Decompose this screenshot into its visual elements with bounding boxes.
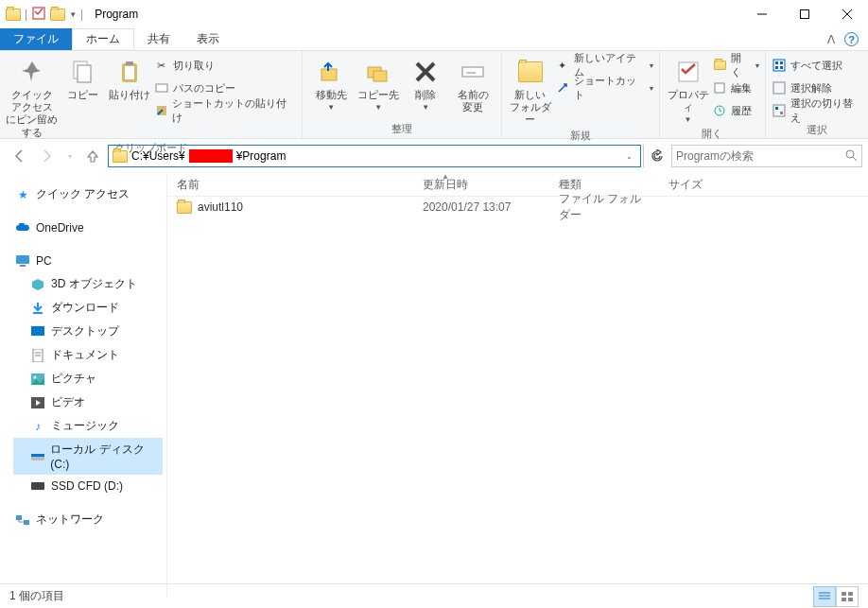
pasteshortcut-button[interactable]: ショートカットの貼り付け [154, 100, 297, 121]
selectinvert-button[interactable]: 選択の切り替え [772, 100, 862, 121]
edit-button[interactable]: 編集 [712, 78, 759, 98]
search-input[interactable] [676, 149, 844, 163]
search-box[interactable] [671, 145, 862, 167]
view-icons-button[interactable] [836, 586, 859, 607]
edit-icon [712, 80, 727, 96]
tab-file[interactable]: ファイル [0, 28, 72, 50]
statusbar: 1 個の項目 [0, 583, 868, 608]
copy-button[interactable]: コピー [60, 53, 105, 101]
download-icon [30, 301, 45, 316]
sidebar-ddrive[interactable]: SSD CFD (D:) [13, 475, 163, 497]
ribbon-group-select: すべて選択 選択解除 選択の切り替え 選択 [766, 51, 868, 138]
tab-share[interactable]: 共有 [134, 28, 183, 50]
paste-button[interactable]: 貼り付け [107, 53, 152, 101]
col-date[interactable]: 更新日時 [413, 173, 549, 196]
sidebar-music[interactable]: ♪ミュージック [13, 414, 163, 438]
forward-button[interactable] [34, 143, 61, 169]
svg-rect-24 [780, 61, 783, 64]
svg-rect-22 [773, 60, 785, 71]
recent-dropdown[interactable]: ▾ [62, 143, 78, 169]
newfolder-button[interactable]: 新しい フォルダー [508, 53, 553, 127]
sparkle-icon: ✦ [555, 58, 570, 73]
svg-rect-25 [775, 66, 778, 69]
view-details-button[interactable] [813, 586, 836, 607]
newshortcut-button[interactable]: ショートカット▾ [555, 78, 653, 98]
svg-rect-6 [78, 65, 91, 82]
sidebar-quickaccess[interactable]: ★クイック アクセス [13, 182, 163, 206]
svg-rect-35 [31, 326, 44, 336]
tab-home[interactable]: ホーム [72, 28, 134, 50]
tab-view[interactable]: 表示 [183, 28, 233, 50]
delete-button[interactable]: 削除▼ [403, 53, 448, 113]
group-label-open: 開く [666, 125, 759, 143]
sidebar-pc[interactable]: PC [13, 250, 163, 272]
sidebar-desktop[interactable]: デスクトップ [13, 320, 163, 343]
pin-quickaccess-button[interactable]: クイック アクセス にピン留めする [6, 53, 58, 139]
item-count: 1 個の項目 [9, 588, 64, 604]
copyto-button[interactable]: コピー先▼ [356, 53, 401, 113]
selectall-button[interactable]: すべて選択 [772, 55, 862, 76]
list-item[interactable]: aviutl110 2020/01/27 13:07 ファイル フォルダー [167, 197, 868, 217]
svg-rect-27 [773, 82, 785, 94]
open-button[interactable]: 開く▾ [712, 55, 759, 76]
cloud-icon [15, 220, 30, 235]
svg-rect-43 [31, 454, 44, 457]
col-name[interactable]: 名前▲ [167, 173, 413, 196]
sidebar: ★クイック アクセス OneDrive PC 3D オブジェクト ダウンロード … [0, 173, 166, 597]
document-icon [30, 348, 45, 363]
minimize-button[interactable] [740, 1, 783, 28]
sidebar-pictures[interactable]: ピクチャ [13, 367, 163, 391]
svg-rect-34 [20, 265, 26, 267]
qat-separator2: | [80, 8, 83, 21]
col-size[interactable]: サイズ [659, 173, 735, 196]
back-button[interactable] [6, 143, 32, 169]
ribbon-group-new: 新しい フォルダー ✦新しいアイテム▾ ショートカット▾ 新規 [502, 51, 660, 138]
ssd-icon [30, 478, 45, 494]
selectnone-button[interactable]: 選択解除 [772, 78, 862, 98]
sidebar-cdrive[interactable]: ローカル ディスク (C:) [13, 438, 163, 475]
moveto-button[interactable]: 移動先▼ [308, 53, 354, 113]
address-input[interactable] [289, 149, 616, 163]
ribbon-collapse[interactable]: ᐱ ? [818, 28, 868, 50]
maximize-button[interactable] [783, 1, 825, 28]
properties-button[interactable]: プロパティ▼ [666, 53, 711, 125]
cut-button[interactable]: ✂切り取り [154, 55, 297, 76]
svg-line-32 [853, 157, 857, 161]
cube-icon [30, 277, 45, 292]
qat-newfolder-icon[interactable] [50, 9, 65, 21]
picture-icon [30, 372, 45, 387]
address-suffix: ¥Program [236, 149, 286, 163]
rename-button[interactable]: 名前の 変更 [450, 53, 495, 113]
newitem-button[interactable]: ✦新しいアイテム▾ [555, 55, 653, 76]
sidebar-onedrive[interactable]: OneDrive [13, 217, 163, 239]
sidebar-3dobjects[interactable]: 3D オブジェクト [13, 272, 163, 296]
music-icon: ♪ [30, 419, 45, 434]
sidebar-network[interactable]: ネットワーク [13, 508, 163, 531]
copypath-button[interactable]: パスのコピー [154, 78, 297, 98]
ribbon-group-open: プロパティ▼ 開く▾ 編集 履歴 開く [660, 51, 766, 138]
help-icon[interactable]: ? [844, 32, 859, 46]
address-folder-icon [113, 150, 128, 163]
ribbon-group-organize: 移動先▼ コピー先▼ 削除▼ 名前の 変更 整理 [303, 51, 502, 138]
refresh-button[interactable] [643, 145, 669, 167]
navbar: ▾ C:¥Users¥¥Program ⌄ [0, 139, 868, 173]
address-bar[interactable]: C:¥Users¥¥Program ⌄ [108, 145, 641, 167]
address-dropdown-icon[interactable]: ⌄ [620, 152, 638, 161]
close-button[interactable] [825, 1, 868, 28]
sidebar-downloads[interactable]: ダウンロード [13, 296, 163, 320]
history-button[interactable]: 履歴 [712, 100, 759, 121]
selectnone-icon [772, 80, 787, 96]
qat-properties-icon[interactable] [31, 6, 46, 24]
qat-dropdown-icon[interactable]: ▼ [69, 10, 77, 19]
qat-separator: | [25, 8, 27, 21]
svg-point-31 [846, 150, 854, 158]
sidebar-documents[interactable]: ドキュメント [13, 343, 163, 367]
folder-icon [177, 201, 192, 214]
svg-rect-8 [125, 66, 134, 79]
group-label-select: 選択 [772, 121, 862, 139]
sidebar-videos[interactable]: ビデオ [13, 391, 163, 414]
video-icon [30, 395, 45, 410]
up-button[interactable] [79, 143, 106, 169]
ribbon-group-clipboard: クイック アクセス にピン留めする コピー 貼り付け ✂切り取り パスのコピー … [0, 51, 303, 138]
address-redacted [189, 149, 233, 163]
